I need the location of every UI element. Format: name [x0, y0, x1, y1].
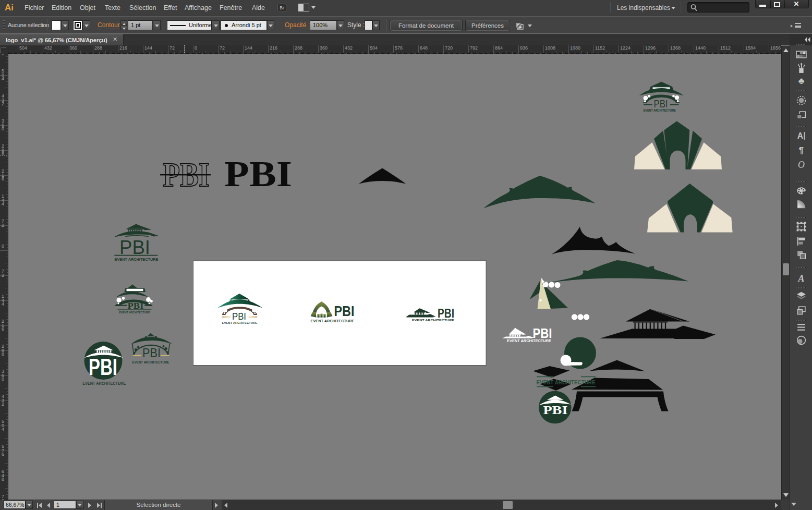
- svg-text:PBI: PBI: [224, 154, 292, 194]
- svg-text:EVENT ARCHITECTURE: EVENT ARCHITECTURE: [507, 339, 552, 343]
- svg-text:EVENT ARCHITECTURE: EVENT ARCHITECTURE: [82, 381, 126, 386]
- svg-text:EVENT ARCHITECTURE: EVENT ARCHITECTURE: [311, 319, 355, 323]
- svg-text:EVENT ARCHITECTURE: EVENT ARCHITECTURE: [412, 318, 454, 322]
- svg-text:PBI: PBI: [232, 311, 246, 322]
- svg-text:PBI: PBI: [89, 354, 117, 380]
- svg-text:A: A: [797, 131, 803, 140]
- svg-text:PBI: PBI: [654, 98, 668, 110]
- svg-text:EVENT ARCHITECTURE: EVENT ARCHITECTURE: [537, 379, 596, 385]
- svg-text:PBI: PBI: [128, 301, 144, 311]
- svg-text:O: O: [798, 160, 805, 170]
- svg-text:EVENT ARCHITECTURE: EVENT ARCHITECTURE: [132, 360, 169, 364]
- svg-text:A: A: [798, 273, 805, 284]
- svg-text:PBI: PBI: [334, 303, 355, 319]
- svg-text:PBI: PBI: [119, 237, 150, 258]
- svg-text:PBI: PBI: [533, 326, 552, 341]
- svg-text:♣: ♣: [798, 76, 805, 86]
- svg-text:EVENT ARCHITECTURE: EVENT ARCHITECTURE: [119, 310, 150, 314]
- svg-text:EVENT ARCHITECTURE: EVENT ARCHITECTURE: [644, 108, 676, 112]
- svg-text:EVENT ARCHITECTURE: EVENT ARCHITECTURE: [222, 321, 258, 324]
- svg-text:PBI: PBI: [543, 404, 567, 417]
- svg-text:¶: ¶: [799, 145, 804, 155]
- svg-text:EVENT ARCHITECTURE: EVENT ARCHITECTURE: [115, 257, 159, 262]
- svg-text:PBI: PBI: [142, 346, 161, 360]
